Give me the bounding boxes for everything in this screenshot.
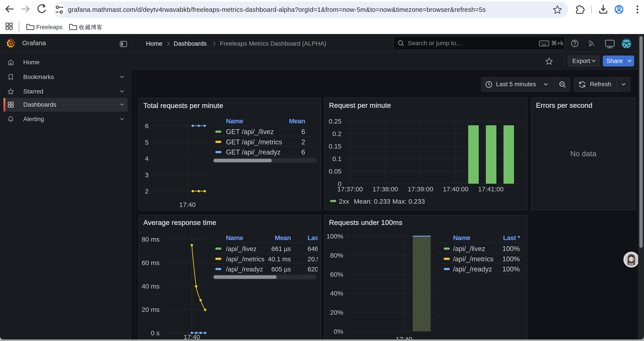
svg-text:100%: 100%: [502, 265, 520, 273]
svg-text:/api/_/readyz: /api/_/readyz: [453, 265, 492, 273]
svg-text:20.5 ms: 20.5 ms: [308, 255, 330, 263]
svg-text:60 ms: 60 ms: [142, 259, 160, 266]
svg-text:17:40:00: 17:40:00: [443, 185, 468, 193]
svg-text:17:40: 17:40: [179, 201, 196, 208]
svg-text:Mean: 0.233: Mean: 0.233: [354, 198, 390, 205]
svg-text:0.2: 0.2: [332, 130, 342, 137]
svg-text:3: 3: [145, 171, 148, 179]
svg-text:40 ms: 40 ms: [142, 283, 160, 290]
svg-text:/api/_/livez: /api/_/livez: [453, 245, 485, 253]
svg-text:0.25: 0.25: [329, 118, 342, 125]
svg-text:Name: Name: [453, 234, 470, 241]
svg-text:6: 6: [145, 122, 148, 129]
svg-text:20 ms: 20 ms: [142, 306, 160, 313]
svg-text:5: 5: [145, 139, 148, 146]
svg-text:80 ms: 80 ms: [142, 236, 160, 243]
svg-text:100%: 100%: [502, 245, 520, 253]
svg-text:Mean: Mean: [289, 117, 305, 125]
svg-text:40%: 40%: [330, 290, 343, 297]
svg-text:/api/_/metrics: /api/_/metrics: [226, 255, 264, 263]
svg-text:2: 2: [145, 188, 148, 195]
svg-text:GET /api/_/metrics: GET /api/_/metrics: [226, 138, 282, 146]
svg-text:0%: 0%: [334, 328, 343, 335]
svg-text:GET /api/_/readyz: GET /api/_/readyz: [226, 148, 280, 156]
svg-text:20%: 20%: [330, 309, 343, 316]
svg-text:620 µs: 620 µs: [308, 265, 327, 273]
svg-text:/api/_/livez: /api/_/livez: [226, 245, 256, 252]
svg-text:605 µs: 605 µs: [271, 265, 291, 273]
svg-text:100%: 100%: [326, 233, 343, 240]
svg-text:17:41:00: 17:41:00: [478, 185, 504, 193]
svg-text:40.1 ms: 40.1 ms: [268, 255, 291, 263]
svg-text:661 µs: 661 µs: [271, 245, 291, 252]
svg-text:80%: 80%: [330, 252, 343, 259]
svg-text:Mean: Mean: [275, 234, 291, 241]
svg-text:17:40: 17:40: [396, 335, 412, 339]
svg-text:Last *: Last *: [503, 234, 520, 241]
svg-text:Last *: Last *: [308, 234, 325, 241]
svg-text:/api/_/metrics: /api/_/metrics: [453, 255, 494, 263]
svg-text:4: 4: [145, 155, 148, 162]
svg-text:6: 6: [302, 128, 305, 136]
svg-text:646 µs: 646 µs: [308, 245, 327, 252]
svg-text:17:39:00: 17:39:00: [408, 185, 433, 193]
svg-text:6: 6: [302, 148, 305, 156]
svg-text:2xx: 2xx: [339, 198, 349, 205]
svg-text:100%: 100%: [502, 255, 520, 263]
svg-text:0 s: 0 s: [151, 329, 160, 336]
svg-text:Name: Name: [226, 234, 243, 241]
svg-text:17:37:00: 17:37:00: [337, 185, 363, 193]
svg-text:17:38:00: 17:38:00: [372, 185, 398, 193]
svg-text:2: 2: [302, 138, 305, 146]
svg-text:Name: Name: [226, 117, 243, 125]
svg-text:60%: 60%: [330, 271, 343, 278]
svg-text:17:40: 17:40: [184, 333, 200, 339]
svg-text:0.1: 0.1: [332, 155, 342, 162]
svg-text:Max: 0.233: Max: 0.233: [392, 198, 425, 205]
svg-text:GET /api/_/livez: GET /api/_/livez: [226, 128, 274, 136]
svg-text:0.05: 0.05: [329, 168, 342, 175]
svg-text:0.15: 0.15: [329, 143, 342, 150]
svg-text:/api/_/readyz: /api/_/readyz: [226, 265, 263, 273]
